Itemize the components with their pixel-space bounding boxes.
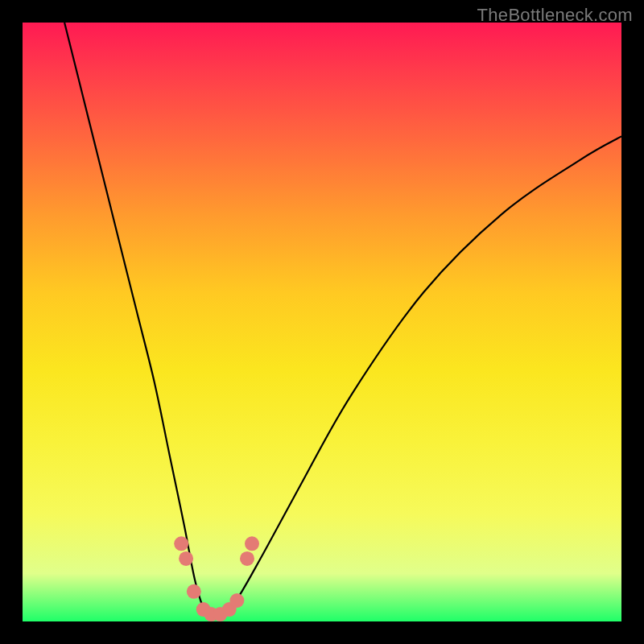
data-marker [229, 593, 244, 608]
watermark-text: TheBottleneck.com [477, 5, 633, 26]
data-marker [174, 536, 188, 551]
data-marker [245, 536, 259, 551]
data-marker [240, 551, 254, 566]
data-marker [187, 584, 201, 599]
data-marker [179, 551, 193, 566]
marker-group [174, 536, 259, 621]
plot-area [23, 23, 621, 621]
bottleneck-curve [64, 23, 621, 619]
chart-svg [23, 23, 621, 621]
